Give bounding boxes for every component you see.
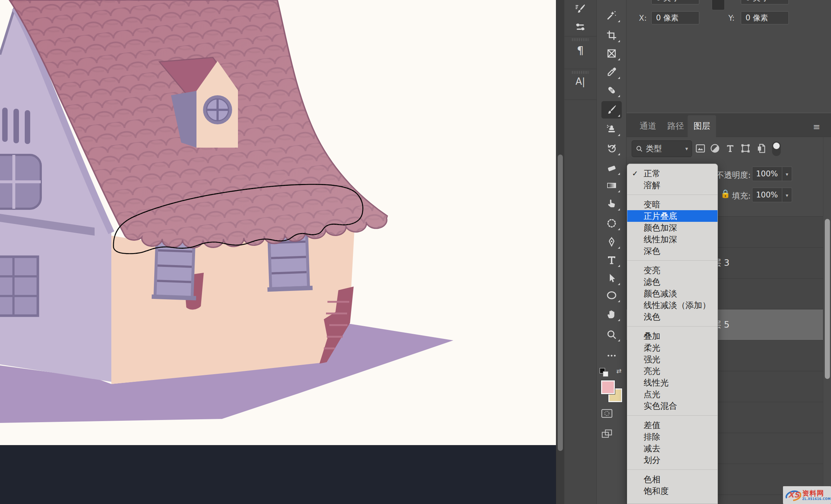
height-field[interactable]: 0 英寸 — [741, 0, 789, 4]
tab-paths[interactable]: 路径 — [661, 115, 690, 137]
fill-value[interactable]: 100% — [752, 188, 782, 202]
fill-chevron-icon[interactable]: ▾ — [782, 188, 792, 202]
blend-mode-item[interactable]: 实色混合 — [627, 400, 717, 412]
blend-mode-item[interactable]: 差值 — [627, 419, 717, 431]
blend-mode-item[interactable]: 深色 — [627, 245, 717, 257]
blend-mode-label: 叠加 — [644, 331, 660, 341]
blend-mode-item[interactable]: 排除 — [627, 431, 717, 443]
blend-mode-item[interactable]: 颜色加深 — [627, 222, 717, 233]
lock-icon[interactable]: 🔒 — [720, 189, 730, 198]
house-illustration — [0, 0, 556, 445]
opacity-label: 不透明度: — [716, 170, 751, 181]
panel-grip[interactable] — [572, 38, 589, 41]
blend-mode-label: 减去 — [644, 444, 660, 453]
hand-tool[interactable] — [601, 305, 622, 323]
blend-mode-item[interactable]: 正片叠底 — [627, 210, 717, 222]
blend-mode-item[interactable]: 溶解 — [627, 179, 717, 191]
magic-wand-tool[interactable] — [601, 7, 622, 24]
tab-channels[interactable]: 通道 — [634, 115, 662, 137]
filter-toggle[interactable] — [772, 141, 781, 156]
healing-brush-tool[interactable] — [601, 81, 622, 99]
panel-menu-icon[interactable]: ≡ — [813, 122, 820, 132]
blend-mode-item[interactable]: 线性减淡（添加） — [627, 299, 717, 311]
history-brush-tool[interactable] — [601, 140, 622, 157]
path-select-tool[interactable] — [601, 269, 622, 287]
document-canvas[interactable] — [0, 0, 556, 445]
eraser-tool[interactable] — [601, 159, 622, 177]
blend-mode-item[interactable]: 变暗 — [627, 199, 717, 210]
smart-object-filter-icon[interactable] — [756, 143, 768, 155]
blend-mode-item[interactable]: 点光 — [627, 388, 717, 400]
blend-mode-item[interactable]: 颜色减淡 — [627, 288, 717, 299]
blend-mode-label: 划分 — [644, 455, 660, 465]
brush-tool[interactable] — [601, 101, 622, 119]
blend-mode-item[interactable]: ✓正常 — [627, 168, 717, 179]
more-tools-tool[interactable] — [601, 347, 622, 364]
brushes-panel-icon[interactable] — [564, 18, 596, 36]
blend-mode-item[interactable]: 色相 — [627, 473, 717, 485]
watermark-site-name: 资料网 — [802, 490, 831, 497]
blend-mode-item[interactable]: 饱和度 — [627, 485, 717, 497]
foreground-color-swatch[interactable] — [601, 380, 615, 394]
type-tool[interactable] — [601, 251, 622, 269]
opacity-chevron-icon[interactable]: ▾ — [782, 167, 792, 181]
y-field[interactable]: 0 像素 — [741, 11, 789, 24]
smudge-tool[interactable] — [601, 195, 622, 212]
blend-mode-label: 颜色减淡 — [644, 289, 677, 298]
layers-scrollbar[interactable] — [823, 137, 831, 504]
clone-stamp-tool[interactable] — [601, 120, 622, 138]
front-wall — [111, 224, 355, 384]
screen-mode-button[interactable] — [601, 429, 612, 440]
blend-mode-label: 柔光 — [644, 343, 660, 352]
quick-mask-button[interactable] — [601, 409, 612, 419]
brush-settings-panel-icon[interactable] — [564, 0, 596, 18]
width-field[interactable]: 0 英寸 — [651, 0, 699, 4]
x-label: X: — [639, 14, 647, 23]
adjustment-filter-icon[interactable] — [709, 143, 721, 155]
filter-type-combo[interactable]: 类型 ▾ — [632, 140, 692, 157]
blend-mode-item[interactable]: 变亮 — [627, 264, 717, 276]
swap-colors-icon[interactable]: ⇄ — [616, 367, 621, 375]
blend-mode-label: 浅色 — [644, 312, 660, 321]
zoom-tool[interactable] — [601, 326, 622, 343]
watermark-logo: XS — [784, 488, 801, 503]
blend-mode-item[interactable]: 浅色 — [627, 311, 717, 323]
layers-scrollbar-thumb[interactable] — [825, 219, 830, 379]
canvas-vertical-scrollbar[interactable] — [556, 0, 564, 504]
paragraph-panel-icon[interactable]: ¶ — [564, 44, 596, 57]
tab-layers[interactable]: 图层 — [688, 115, 716, 137]
blend-mode-item[interactable]: 划分 — [627, 454, 717, 466]
panel-tab-bar: ≡ 通道路径图层 — [627, 113, 831, 137]
blend-mode-label: 色相 — [644, 475, 660, 484]
opacity-value[interactable]: 100% — [752, 167, 782, 181]
blend-mode-label: 饱和度 — [644, 486, 669, 496]
eyedropper-tool[interactable] — [601, 63, 622, 81]
crop-tool[interactable] — [601, 27, 622, 44]
character-panel-icon[interactable]: A| — [564, 76, 596, 87]
reference-swatch[interactable] — [712, 0, 725, 10]
dodge-tool[interactable] — [601, 215, 622, 232]
blend-mode-item[interactable]: 柔光 — [627, 342, 717, 353]
blend-mode-label: 强光 — [644, 355, 660, 364]
blend-mode-item[interactable]: 滤色 — [627, 276, 717, 288]
shape-filter-icon[interactable] — [740, 143, 752, 155]
x-field[interactable]: 0 像素 — [651, 11, 699, 24]
panel-grip[interactable] — [572, 71, 589, 74]
type-filter-icon[interactable] — [725, 143, 736, 155]
image-filter-icon[interactable] — [695, 143, 707, 155]
blend-mode-label: 变暗 — [644, 200, 660, 209]
canvas-scrollbar-thumb[interactable] — [558, 155, 563, 451]
default-colors-icon[interactable] — [600, 368, 616, 379]
blend-mode-label: 排除 — [644, 432, 660, 441]
blend-mode-item[interactable]: 叠加 — [627, 330, 717, 342]
lasso-tool[interactable] — [601, 0, 622, 4]
blend-mode-item[interactable]: 亮光 — [627, 365, 717, 377]
pen-tool[interactable] — [601, 233, 622, 251]
blend-mode-item[interactable]: 线性光 — [627, 377, 717, 388]
blend-mode-item[interactable]: 线性加深 — [627, 233, 717, 245]
frame-tool[interactable] — [601, 45, 622, 62]
gradient-tool[interactable] — [601, 177, 622, 194]
ellipse-shape-tool[interactable] — [601, 287, 622, 304]
blend-mode-item[interactable]: 强光 — [627, 353, 717, 365]
blend-mode-item[interactable]: 减去 — [627, 443, 717, 454]
